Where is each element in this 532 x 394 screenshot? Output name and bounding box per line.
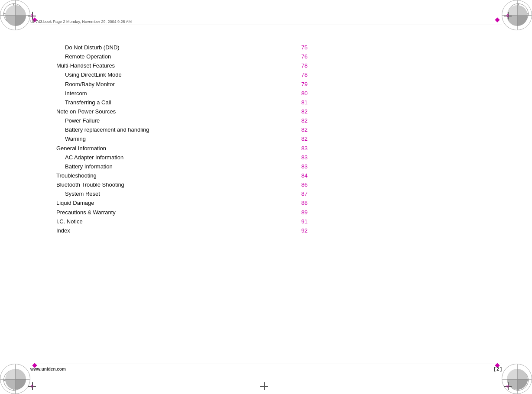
toc-entry-12: AC Adapter Information83 xyxy=(56,153,308,162)
toc-entry-page-9: 82 xyxy=(297,126,308,134)
toc-entry-14: Troubleshooting84 xyxy=(56,171,308,180)
toc-entry-title-19: I.C. Notice xyxy=(56,217,292,226)
toc-entry-page-16: 87 xyxy=(297,190,308,198)
toc-entry-page-12: 83 xyxy=(297,153,308,162)
toc-entry-title-3: Using DirectLink Mode xyxy=(65,71,292,79)
toc-entry-page-8: 82 xyxy=(297,116,308,125)
toc-entry-1: Remote Operation76 xyxy=(56,52,308,61)
toc-entry-9: Battery replacement and handling82 xyxy=(56,126,308,134)
toc-entry-title-8: Power Failure xyxy=(65,116,292,125)
toc-content: Do Not Disturb (DND)75Remote Operation76… xyxy=(56,43,308,236)
toc-entry-page-14: 84 xyxy=(297,171,308,180)
page: UP743.book Page 2 Monday, November 29, 2… xyxy=(0,0,532,394)
toc-entry-4: Room/Baby Monitor79 xyxy=(56,80,308,89)
toc-entry-page-3: 78 xyxy=(297,71,308,79)
toc-entry-title-10: Warning xyxy=(65,135,292,143)
toc-entry-page-13: 83 xyxy=(297,162,308,171)
toc-entry-title-0: Do Not Disturb (DND) xyxy=(65,43,292,52)
toc-entry-title-13: Battery Information xyxy=(65,162,292,171)
toc-entry-7: Note on Power Sources82 xyxy=(56,107,308,116)
deco-large-circle-bl xyxy=(0,364,30,394)
toc-entry-page-4: 79 xyxy=(297,80,308,89)
toc-entry-page-18: 89 xyxy=(297,208,308,217)
toc-entry-5: Intercom80 xyxy=(56,89,308,98)
toc-entry-title-17: Liquid Damage xyxy=(56,199,292,207)
toc-entry-title-16: System Reset xyxy=(65,190,292,198)
toc-entry-page-6: 81 xyxy=(297,98,308,107)
toc-entry-title-2: Multi-Handset Features xyxy=(56,61,292,70)
toc-entry-title-5: Intercom xyxy=(65,89,292,98)
toc-entry-11: General Information83 xyxy=(56,144,308,153)
toc-entry-title-1: Remote Operation xyxy=(65,52,292,61)
toc-entry-page-2: 78 xyxy=(297,61,308,70)
toc-entry-2: Multi-Handset Features78 xyxy=(56,61,308,70)
toc-entry-title-14: Troubleshooting xyxy=(56,171,292,180)
footer: www.uniden.com [ 2 ] xyxy=(30,364,502,371)
toc-entry-17: Liquid Damage88 xyxy=(56,199,308,207)
footer-website: www.uniden.com xyxy=(30,367,66,371)
deco-large-circle-br xyxy=(502,364,532,394)
toc-entry-20: Index92 xyxy=(56,226,308,235)
footer-page-number: [ 2 ] xyxy=(494,367,502,371)
toc-entry-page-15: 86 xyxy=(297,181,308,189)
toc-entry-10: Warning82 xyxy=(56,135,308,143)
toc-entry-title-20: Index xyxy=(56,226,292,235)
toc-entry-page-10: 82 xyxy=(297,135,308,143)
toc-entry-title-12: AC Adapter Information xyxy=(65,153,292,162)
toc-entry-13: Battery Information83 xyxy=(56,162,308,171)
toc-entry-page-17: 88 xyxy=(297,199,308,207)
deco-large-circle-tl xyxy=(0,0,30,30)
toc-entry-title-15: Bluetooth Trouble Shooting xyxy=(56,181,292,189)
toc-entry-page-1: 76 xyxy=(297,52,308,61)
toc-entry-18: Precautions & Warranty89 xyxy=(56,208,308,217)
toc-entry-16: System Reset87 xyxy=(56,190,308,198)
toc-entry-3: Using DirectLink Mode78 xyxy=(56,71,308,79)
toc-entry-title-4: Room/Baby Monitor xyxy=(65,80,292,89)
toc-entry-title-11: General Information xyxy=(56,144,292,153)
toc-entry-page-7: 82 xyxy=(297,107,308,116)
toc-entry-title-18: Precautions & Warranty xyxy=(56,208,292,217)
toc-entry-15: Bluetooth Trouble Shooting86 xyxy=(56,181,308,189)
toc-entry-title-9: Battery replacement and handling xyxy=(65,126,292,134)
toc-entry-19: I.C. Notice91 xyxy=(56,217,308,226)
toc-entry-title-6: Transferring a Call xyxy=(65,98,292,107)
toc-entry-page-0: 75 xyxy=(297,43,308,52)
toc-entry-page-20: 92 xyxy=(297,226,308,235)
header-text: UP743.book Page 2 Monday, November 29, 2… xyxy=(30,19,132,24)
toc-entry-page-19: 91 xyxy=(297,217,308,226)
toc-entry-6: Transferring a Call81 xyxy=(56,98,308,107)
toc-entry-page-5: 80 xyxy=(297,89,308,98)
toc-entry-8: Power Failure82 xyxy=(56,116,308,125)
toc-entry-page-11: 83 xyxy=(297,144,308,153)
toc-entry-title-7: Note on Power Sources xyxy=(56,107,292,116)
header-bar: UP743.book Page 2 Monday, November 29, 2… xyxy=(30,17,502,25)
toc-entry-0: Do Not Disturb (DND)75 xyxy=(56,43,308,52)
